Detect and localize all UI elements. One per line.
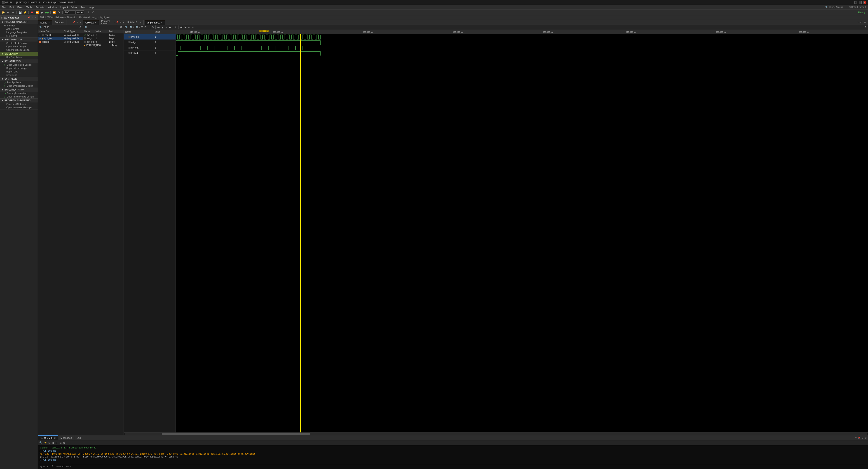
wave-prev-edge-icon[interactable]: ◀| xyxy=(180,25,183,29)
console-clear-icon[interactable]: 🗑 xyxy=(63,441,66,445)
sim-time-input[interactable] xyxy=(64,10,75,14)
wave-next-cursor-icon[interactable]: → xyxy=(191,26,194,29)
wave-marker-icon[interactable]: ✎ xyxy=(151,25,154,29)
save-btn[interactable]: 💾 xyxy=(18,10,22,15)
wave-gear-icon[interactable]: ⚙ xyxy=(864,25,867,29)
wave-zoom-fit-icon[interactable]: ⊞ xyxy=(141,25,144,29)
flow-ip-catalog[interactable]: IP Catalog xyxy=(0,34,38,37)
menu-edit[interactable]: Edit xyxy=(8,5,16,9)
wave-sig-locked[interactable]: ⬛ locked xyxy=(124,51,153,56)
tab-scope[interactable]: Scope ✕ xyxy=(38,20,53,25)
flow-nav-pin[interactable]: 📌 xyxy=(27,16,31,19)
restart-btn[interactable]: ⟳ xyxy=(57,10,61,15)
wave-float-btn[interactable]: ⊡ xyxy=(860,21,863,24)
run-btn[interactable]: ▶▶ xyxy=(45,10,49,15)
flow-open-synthesized-design[interactable]: ▷ Open Synthesized Design xyxy=(0,84,38,88)
console-search-icon[interactable]: 🔍 xyxy=(39,441,43,445)
scope-close[interactable]: ✕ xyxy=(48,21,50,24)
scope-gear-icon[interactable]: ⚙ xyxy=(79,25,82,29)
flow-settings[interactable]: ⚙ Settings xyxy=(0,24,38,27)
menu-help[interactable]: Help xyxy=(87,5,96,9)
obj-row-rstn[interactable]: ⬛rst_n 1 Logic xyxy=(83,37,124,40)
sim-unit-select[interactable]: ms us ns ps xyxy=(75,10,84,14)
tab-tcl-console[interactable]: Tcl Console ✕ xyxy=(38,435,58,440)
rtl-analysis-header[interactable]: ▼ RTL ANALYSIS xyxy=(0,59,38,63)
flow-nav-collapse[interactable]: − xyxy=(31,16,33,19)
flow-schematic[interactable]: Schematic xyxy=(0,73,38,77)
flow-generate-bitstream[interactable]: Generate Bitstream xyxy=(0,102,38,106)
scope-close-btn[interactable]: ✕ xyxy=(79,21,82,24)
wave-sig-clkout[interactable]: ⬛ clk_out xyxy=(124,45,153,51)
menu-window[interactable]: Window xyxy=(46,5,59,9)
step-btn[interactable]: ▶ xyxy=(40,10,44,15)
flow-nav-help[interactable]: ? xyxy=(34,16,36,19)
maximize-button[interactable]: □ xyxy=(859,1,862,4)
undo-btn[interactable]: ↩ xyxy=(6,10,10,15)
wave-zoom-out-icon[interactable]: 🔍- xyxy=(135,25,140,29)
flow-run-simulation[interactable]: Run Simulation xyxy=(0,56,38,59)
flow-report-drc[interactable]: Report DRC xyxy=(0,70,38,73)
console-help-btn[interactable]: ? xyxy=(855,436,857,439)
compile-btn[interactable]: ⚡ xyxy=(23,10,27,15)
back-btn[interactable]: ⏪ xyxy=(35,10,39,15)
tab-protocol-instan[interactable]: Protocol Instan xyxy=(99,20,112,25)
console-filter-icon[interactable]: ⚡ xyxy=(43,441,48,445)
wave-zoom-in-icon[interactable]: 🔍+ xyxy=(129,25,135,29)
wave-start-icon[interactable]: ⏮ xyxy=(157,26,160,29)
menu-run[interactable]: Run xyxy=(79,5,87,9)
flow-report-methodology[interactable]: Report Methodology xyxy=(0,67,38,70)
tcl-input[interactable] xyxy=(40,465,866,468)
wave-prev-cursor-icon[interactable]: ← xyxy=(187,26,191,29)
tab-sources[interactable]: Sources xyxy=(53,20,66,25)
flow-add-sources[interactable]: Add Sources xyxy=(0,27,38,31)
project-manager-header[interactable]: ▼ PROJECT MANAGER xyxy=(0,20,38,24)
minimize-button[interactable]: – xyxy=(855,1,857,4)
objects-close[interactable]: ✕ xyxy=(95,21,96,24)
console-skip-icon[interactable]: ⏭ xyxy=(55,441,59,445)
console-max-btn[interactable]: ⊞ xyxy=(864,436,867,439)
scope-expand-icon[interactable]: ⊞ xyxy=(43,25,46,29)
obj-help[interactable]: ? xyxy=(113,21,115,24)
menu-view[interactable]: View xyxy=(70,5,79,9)
wave-next-icon[interactable]: ⏵ xyxy=(164,26,168,29)
wave-tab-untitled2[interactable]: Untitled 2* ✕ xyxy=(125,20,144,25)
menu-tools[interactable]: Tools xyxy=(24,5,34,9)
menu-file[interactable]: File xyxy=(0,5,8,9)
program-debug-header[interactable]: ▼ PROGRAM AND DEBUG xyxy=(0,99,38,102)
stop-btn[interactable]: ⏹ xyxy=(30,10,34,15)
redo-btn[interactable]: ↪ xyxy=(11,10,16,15)
flow-generate-block-design[interactable]: Generate Block Design xyxy=(0,48,38,52)
wave-sig-rstn[interactable]: ⬛ rst_n xyxy=(124,40,153,45)
flow-open-block-design[interactable]: Open Block Design xyxy=(0,45,38,48)
console-pin-btn[interactable]: 📌 xyxy=(857,436,861,439)
wave-add-marker-icon[interactable]: ✦ xyxy=(174,25,177,29)
scope-row-1[interactable]: ▶ ◆ u_pll_test pll_tes Verilog Module xyxy=(38,37,83,40)
flow-open-elaborated-design[interactable]: ▷ Open Elaborated Design xyxy=(0,63,38,67)
wave-hscroll-thumb[interactable] xyxy=(162,433,310,435)
wave-sig-sysclk[interactable]: ⬛ sys_clk xyxy=(124,34,153,40)
console-collapse-icon[interactable]: ⊟ xyxy=(48,441,51,445)
flow-language-templates[interactable]: Language Templates xyxy=(0,31,38,34)
menu-layout[interactable]: Layout xyxy=(59,5,70,9)
scope-pin[interactable]: 📌 xyxy=(72,21,76,24)
scope-float[interactable]: ⊡ xyxy=(76,21,79,24)
obj-search-icon[interactable]: 🔍 xyxy=(84,25,88,29)
forward-btn[interactable]: ⏩ xyxy=(52,10,56,15)
obj-row-sysclk[interactable]: ⏱sys_clk 1 Logic xyxy=(83,33,124,37)
tab-objects[interactable]: Objects ✕ xyxy=(83,20,99,25)
implementation-header[interactable]: ▼ IMPLEMENTATION xyxy=(0,88,38,92)
wave-cursor-icon[interactable]: | xyxy=(149,26,151,29)
console-float-btn[interactable]: ⊡ xyxy=(861,436,864,439)
wave-hscroll-track[interactable] xyxy=(125,433,867,435)
obj-gear-icon[interactable]: ⚙ xyxy=(120,25,123,29)
restart2-btn[interactable]: ⟳ xyxy=(91,10,96,15)
wave-next-edge-icon[interactable]: |▶ xyxy=(183,25,187,29)
obj-pin[interactable]: 📌 xyxy=(116,21,119,24)
tcl-close[interactable]: ✕ xyxy=(54,437,56,439)
wave-tab-tb-pll-test[interactable]: tb_pll_test.v ✕ xyxy=(145,20,165,25)
flow-run-synthesis[interactable]: ▷ Run Synthesis xyxy=(0,81,38,84)
wave-search-icon[interactable]: 🔍 xyxy=(125,25,129,29)
flow-open-implemented-design[interactable]: ▷ Open Implemented Design xyxy=(0,95,38,98)
wave-prev-icon[interactable]: ⏴ xyxy=(161,26,164,29)
menu-flow[interactable]: Flow xyxy=(16,5,24,9)
